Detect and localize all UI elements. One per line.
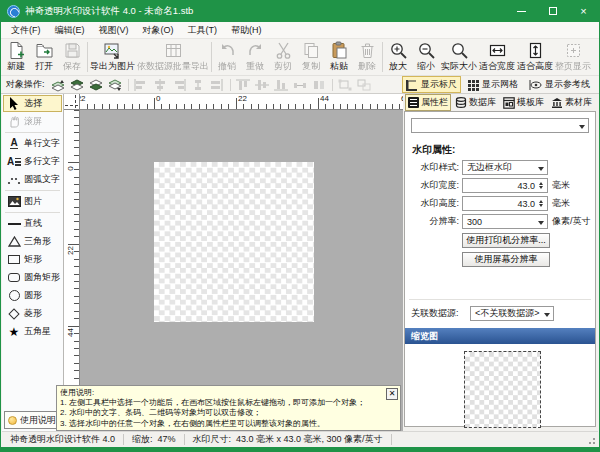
help-box: 使用说明: 1. 左侧工具栏中选择一个功能后，在画布区域按住鼠标左键拖动，即可添… bbox=[56, 385, 401, 431]
show-ruler-toggle[interactable]: 显示标尺 bbox=[402, 76, 461, 93]
align-top-button[interactable] bbox=[234, 77, 253, 93]
cut-button[interactable]: 剪切 bbox=[269, 39, 297, 75]
watermark-height-input[interactable]: 43.0 bbox=[462, 196, 548, 211]
tool-select[interactable]: 选择 bbox=[3, 95, 62, 112]
zoom-out-button[interactable]: 缩小 bbox=[412, 39, 440, 75]
align-bottom-button[interactable] bbox=[272, 77, 291, 93]
menu-help[interactable]: 帮助(H) bbox=[224, 24, 269, 37]
tool-line[interactable]: 直线 bbox=[3, 215, 62, 232]
ruler-origin bbox=[64, 94, 80, 110]
align-right-button[interactable] bbox=[170, 77, 189, 93]
undo-button[interactable]: 撤销 bbox=[213, 39, 241, 75]
align-center-vertical-icon bbox=[255, 79, 269, 91]
app-icon bbox=[7, 5, 20, 18]
fit-page-icon bbox=[564, 41, 583, 60]
distribute-vertical-button[interactable] bbox=[189, 77, 208, 93]
align-center-horizontal-button[interactable] bbox=[151, 77, 170, 93]
watermark-width-row: 水印宽度: 43.0 毫米 bbox=[409, 178, 595, 193]
group-button[interactable] bbox=[336, 77, 355, 93]
actual-size-icon bbox=[450, 41, 469, 60]
align-center-horizontal-icon bbox=[153, 79, 167, 91]
tool-rectangle[interactable]: 矩形 bbox=[3, 251, 62, 268]
fit-width-button[interactable]: 适合宽度 bbox=[478, 39, 516, 75]
width-spinner[interactable] bbox=[537, 180, 545, 191]
batch-export-button[interactable]: 依数据源批量导出 bbox=[136, 39, 210, 75]
new-button[interactable]: 新建 bbox=[2, 39, 30, 75]
align-center-vertical-button[interactable] bbox=[253, 77, 272, 93]
tool-arc-text[interactable]: 圆弧文字 bbox=[3, 171, 62, 188]
help-toggle-button[interactable]: 使用说明 bbox=[4, 411, 57, 429]
fit-height-icon bbox=[526, 41, 545, 60]
status-zoom: 缩放: 47% bbox=[124, 433, 184, 446]
close-button[interactable]: × bbox=[568, 0, 599, 22]
align-right-icon bbox=[172, 79, 186, 91]
maximize-button[interactable] bbox=[537, 0, 568, 22]
tool-star[interactable]: ★ 五角星 bbox=[3, 323, 62, 340]
show-guides-toggle[interactable]: 显示参考线 bbox=[524, 76, 594, 93]
watermark-height-row: 水印高度: 43.0 毫米 bbox=[409, 196, 595, 211]
main-area: 选择 滚屏 A 单行文字 A 多行文字 圆弧文字 图片 bbox=[2, 94, 598, 431]
watermark-artboard[interactable] bbox=[154, 162, 314, 322]
copy-icon bbox=[302, 41, 321, 60]
align-left-button[interactable] bbox=[132, 77, 151, 93]
align-justify-button[interactable] bbox=[208, 77, 227, 93]
guides-icon bbox=[528, 79, 542, 91]
menu-view[interactable]: 视图(V) bbox=[92, 24, 136, 37]
height-spinner[interactable] bbox=[537, 198, 545, 209]
use-screen-resolution-button[interactable]: 使用屏幕分辨率 bbox=[462, 252, 550, 267]
paste-button[interactable]: 粘贴 bbox=[325, 39, 353, 75]
tool-image[interactable]: 图片 bbox=[3, 193, 62, 210]
open-button[interactable]: 打开 bbox=[30, 39, 58, 75]
tab-database[interactable]: 数据库 bbox=[452, 94, 499, 111]
library-icon bbox=[551, 97, 563, 109]
fit-height-button[interactable]: 适合高度 bbox=[516, 39, 554, 75]
minimize-button[interactable] bbox=[506, 0, 537, 22]
use-printer-resolution-button[interactable]: 使用打印机分辨率... bbox=[462, 233, 550, 248]
layer-top-button[interactable] bbox=[68, 77, 87, 93]
tool-circle[interactable]: 圆形 bbox=[3, 287, 62, 304]
fit-page-button[interactable]: 整页显示 bbox=[554, 39, 592, 75]
watermark-width-input[interactable]: 43.0 bbox=[462, 178, 548, 193]
tool-diamond[interactable]: 菱形 bbox=[3, 305, 62, 322]
tab-templates[interactable]: 模板库 bbox=[500, 94, 547, 111]
help-line-3: 3. 选择水印中的任意一个对象，在右侧的属性栏里可以调整该对象的属性。 bbox=[60, 419, 397, 429]
save-icon bbox=[63, 41, 82, 60]
delete-button[interactable]: 删除 bbox=[353, 39, 381, 75]
layer-down-button[interactable] bbox=[106, 77, 125, 93]
distribute-horizontal-icon bbox=[293, 79, 307, 91]
ungroup-button[interactable] bbox=[355, 77, 374, 93]
layer-up-button[interactable] bbox=[49, 77, 68, 93]
layer-bottom-button[interactable] bbox=[87, 77, 106, 93]
actual-size-button[interactable]: 实际大小 bbox=[440, 39, 478, 75]
help-close-button[interactable]: ✕ bbox=[386, 388, 398, 400]
paste-icon bbox=[330, 41, 349, 60]
tab-properties[interactable]: 属性栏 bbox=[405, 94, 451, 111]
tool-triangle[interactable]: 三角形 bbox=[3, 233, 62, 250]
tool-pan[interactable]: 滚屏 bbox=[3, 113, 62, 130]
tool-multi-line-text[interactable]: A 多行文字 bbox=[3, 153, 62, 170]
save-button[interactable]: 保存 bbox=[58, 39, 86, 75]
export-image-button[interactable]: 导出为图片 bbox=[89, 39, 136, 75]
distribute-horizontal-button[interactable] bbox=[291, 77, 310, 93]
tool-rounded-rectangle[interactable]: 圆角矩形 bbox=[3, 269, 62, 286]
redo-button[interactable]: 重做 bbox=[241, 39, 269, 75]
menu-tools[interactable]: 工具(T) bbox=[181, 24, 225, 37]
cut-icon bbox=[274, 41, 293, 60]
resize-grip[interactable] bbox=[586, 435, 596, 445]
watermark-style-combo[interactable]: 无边框水印 bbox=[462, 160, 548, 175]
tab-assets[interactable]: 素材库 bbox=[548, 94, 595, 111]
copy-button[interactable]: 复制 bbox=[297, 39, 325, 75]
menu-object[interactable]: 对象(O) bbox=[136, 24, 181, 37]
menu-file[interactable]: 文件(F) bbox=[4, 24, 48, 37]
object-selector-combo[interactable] bbox=[411, 118, 589, 133]
canvas[interactable] bbox=[80, 110, 404, 431]
circle-icon bbox=[6, 290, 22, 301]
menu-edit[interactable]: 编辑(E) bbox=[48, 24, 92, 37]
tool-single-line-text[interactable]: A 单行文字 bbox=[3, 135, 62, 152]
datasource-combo[interactable]: <不关联数据源> bbox=[470, 306, 554, 321]
equal-size-button[interactable] bbox=[310, 77, 329, 93]
resolution-combo[interactable]: 300 bbox=[462, 214, 548, 229]
object-toolbar-label: 对象操作: bbox=[6, 78, 45, 91]
zoom-in-button[interactable]: 放大 bbox=[384, 39, 412, 75]
show-grid-toggle[interactable]: 显示网格 bbox=[463, 76, 522, 93]
